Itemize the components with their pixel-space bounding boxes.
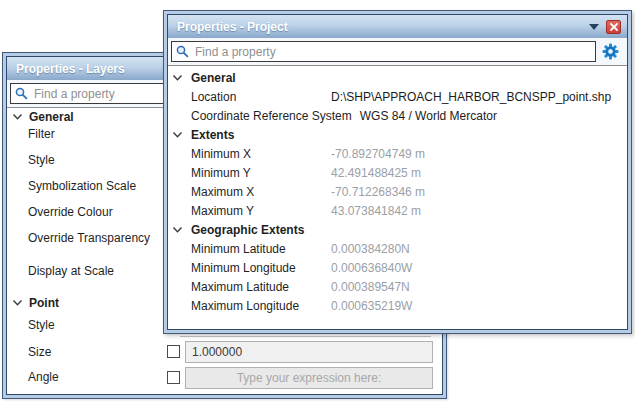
property-row-minimum-x: Minimum X -70.892704749 m	[168, 144, 627, 163]
layers-section-point[interactable]: Point	[7, 294, 59, 312]
properties-project-window: Properties - Project	[167, 14, 628, 330]
project-search-row	[168, 38, 627, 65]
layers-item-display-at-scale: Display at Scale	[7, 262, 114, 280]
property-label: Maximum X	[191, 185, 331, 199]
property-value: 0.000636840W	[331, 261, 412, 275]
layers-section-general[interactable]: General	[7, 108, 74, 126]
layers-item-override-colour: Override Colour	[7, 203, 113, 221]
project-section-extents[interactable]: Extents	[168, 125, 627, 144]
property-label: Location	[191, 90, 331, 104]
property-row-minimum-longitude: Minimum Longitude 0.000636840W	[168, 258, 627, 277]
property-row-minimum-latitude: Minimum Latitude 0.000384280N	[168, 239, 627, 258]
property-value: -70.712268346 m	[331, 185, 425, 199]
project-search-box[interactable]	[171, 41, 596, 62]
property-label: Maximum Latitude	[191, 280, 331, 294]
chevron-down-icon[interactable]	[12, 113, 23, 121]
layers-item-symbolization-scale: Symbolization Scale	[7, 177, 136, 195]
layers-item-override-transparency: Override Transparency	[7, 229, 150, 247]
property-row-maximum-latitude: Maximum Latitude 0.000389547N	[168, 277, 627, 296]
layers-item-filter: Filter	[7, 125, 55, 143]
chevron-down-icon[interactable]	[172, 226, 183, 234]
property-value: 0.000384280N	[331, 242, 410, 256]
property-row-maximum-x: Maximum X -70.712268346 m	[168, 182, 627, 201]
layers-item-size: Size	[7, 343, 51, 361]
property-row-minimum-y: Minimum Y 42.491488425 m	[168, 163, 627, 182]
property-label: Minimum Longitude	[191, 261, 331, 275]
section-title: Extents	[191, 128, 234, 142]
field-edge-divider	[180, 336, 431, 337]
layers-item-angle: Angle	[7, 368, 59, 386]
chevron-down-icon[interactable]	[12, 299, 23, 307]
property-label: Coordinate Reference System	[191, 109, 360, 123]
property-value: -70.892704749 m	[331, 147, 425, 161]
size-override-checkbox[interactable]	[167, 345, 180, 358]
property-label: Maximum Y	[191, 204, 331, 218]
property-value: 0.000389547N	[331, 280, 410, 294]
section-title: Point	[29, 296, 59, 310]
magnifier-icon	[176, 45, 189, 58]
property-row-location: Location D:\SHP\APPROACH_HARBOR_BCNSPP_p…	[168, 87, 627, 106]
project-property-list: General Location D:\SHP\APPROACH_HARBOR_…	[168, 65, 627, 329]
project-titlebar[interactable]: Properties - Project	[168, 15, 627, 38]
property-label: Minimum Y	[191, 166, 331, 180]
layers-item-style: Style	[7, 151, 55, 169]
project-section-geographic-extents[interactable]: Geographic Extents	[168, 220, 627, 239]
property-label: Maximum Longitude	[191, 299, 331, 313]
chevron-down-icon[interactable]	[172, 74, 183, 82]
property-label: Minimum Latitude	[191, 242, 331, 256]
property-row-maximum-longitude: Maximum Longitude 0.000635219W	[168, 296, 627, 315]
section-title: General	[29, 110, 74, 124]
chevron-down-icon[interactable]	[172, 131, 183, 139]
project-section-general[interactable]: General	[168, 68, 627, 87]
angle-override-checkbox[interactable]	[167, 371, 180, 384]
property-value: D:\SHP\APPROACH_HARBOR_BCNSPP_point.shp	[331, 90, 611, 104]
property-row-maximum-y: Maximum Y 43.073841842 m	[168, 201, 627, 220]
project-search-input[interactable]	[189, 45, 591, 59]
project-panel-title: Properties - Project	[177, 20, 589, 34]
magnifier-icon	[15, 87, 28, 100]
section-title: Geographic Extents	[191, 223, 304, 237]
property-value: WGS 84 / World Mercator	[360, 109, 497, 123]
size-value-input[interactable]	[185, 341, 433, 363]
chevron-down-icon[interactable]	[589, 24, 599, 30]
property-label: Minimum X	[191, 147, 331, 161]
close-icon[interactable]	[606, 20, 621, 34]
property-value: 43.073841842 m	[331, 204, 421, 218]
layers-item-point-style: Style	[7, 316, 55, 334]
app-background: Properties - Layers General Filter	[0, 0, 635, 404]
angle-expression-input[interactable]	[185, 367, 433, 389]
property-value: 42.491488425 m	[331, 166, 421, 180]
property-value: 0.000635219W	[331, 299, 412, 313]
gear-icon[interactable]	[596, 43, 624, 60]
section-title: General	[191, 71, 236, 85]
property-row-crs: Coordinate Reference System WGS 84 / Wor…	[168, 106, 627, 125]
properties-project-panel: Properties - Project	[163, 10, 632, 334]
